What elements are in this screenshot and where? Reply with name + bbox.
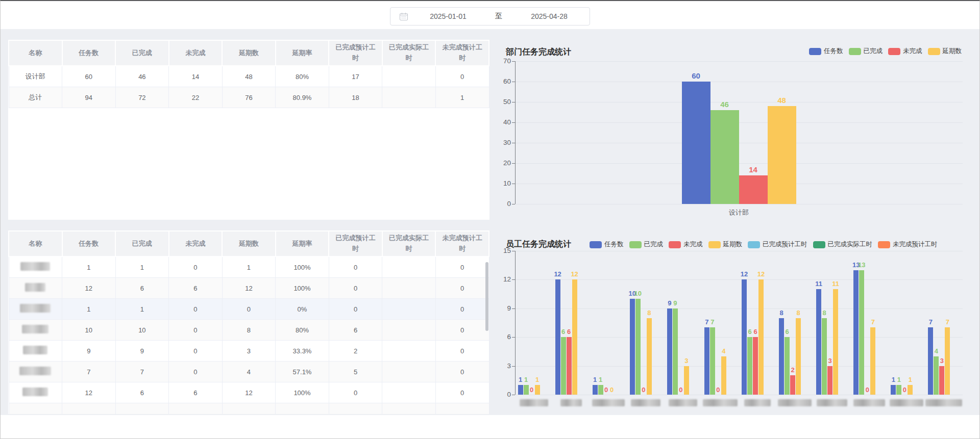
legend-item-未完成预计工时[interactable]: 未完成预计工时 [878, 240, 938, 249]
bar-任务数[interactable] [779, 318, 784, 395]
bar-延期数[interactable] [758, 279, 764, 395]
legend-item-已完成[interactable]: 已完成 [849, 47, 883, 56]
legend-item-未完成[interactable]: 未完成 [669, 240, 703, 249]
bar-未完成[interactable] [790, 375, 795, 395]
bar-延期数[interactable] [684, 366, 689, 395]
bar-任务数[interactable] [518, 385, 523, 395]
legend-item-任务数[interactable]: 任务数 [809, 47, 843, 56]
table-row[interactable] [9, 403, 489, 415]
bar-未完成[interactable] [739, 175, 768, 204]
bar-任务数[interactable] [816, 289, 821, 395]
bar-已完成[interactable] [785, 337, 790, 395]
bar-已完成[interactable] [524, 385, 529, 395]
bar-任务数[interactable] [742, 279, 747, 395]
chart-title: 部门任务完成统计 [506, 47, 571, 58]
end-date-input[interactable]: 2025-04-28 [509, 12, 590, 20]
table-scrollbar[interactable] [485, 262, 488, 331]
axis-tick-label: 60 [494, 78, 511, 85]
bar-已完成[interactable] [561, 337, 566, 395]
bar-已完成[interactable] [859, 270, 864, 395]
table-row[interactable]: 990333.3%20 [9, 341, 489, 361]
y-axis-line [515, 251, 516, 395]
value-cell: 0 [169, 341, 223, 361]
bar-延期数[interactable] [870, 327, 875, 395]
bar-延期数[interactable] [945, 327, 950, 395]
bar-已完成[interactable] [635, 299, 641, 395]
bar-延期数[interactable] [768, 106, 796, 204]
bar-已完成[interactable] [710, 110, 739, 204]
table-row[interactable]: 1101100%00 [9, 256, 489, 278]
bar-任务数[interactable] [555, 279, 560, 395]
value-cell: 46 [115, 66, 169, 87]
legend-chip [888, 48, 900, 55]
bar-已完成[interactable] [598, 385, 603, 395]
value-cell: 33.3% [276, 341, 329, 361]
bar-value-label: 0 [679, 386, 682, 394]
bar-任务数[interactable] [853, 270, 859, 395]
value-cell: 12 [222, 278, 276, 299]
column-header: 未完成预计工时 [435, 40, 489, 66]
bar-延期数[interactable] [721, 356, 726, 395]
bar-任务数[interactable] [593, 385, 598, 395]
table-row[interactable]: 11000%00 [9, 299, 489, 320]
x-axis-label-redacted [817, 399, 847, 406]
bar-延期数[interactable] [833, 289, 838, 395]
value-cell: 0 [435, 341, 489, 361]
bar-value-label: 46 [720, 100, 729, 109]
bar-延期数[interactable] [572, 279, 577, 395]
bar-value-label: 9 [668, 299, 671, 307]
bar-未完成[interactable] [753, 337, 758, 395]
table-row[interactable]: 126612100%00 [9, 382, 489, 403]
bar-已完成[interactable] [934, 356, 939, 395]
value-cell: 80.9% [276, 87, 329, 108]
bar-延期数[interactable] [908, 385, 913, 395]
bar-延期数[interactable] [535, 385, 540, 395]
value-cell: 0 [169, 361, 223, 382]
legend-item-延期数[interactable]: 延期数 [708, 240, 743, 249]
table-row[interactable]: 770457.1%50 [9, 361, 489, 382]
value-cell [382, 87, 436, 108]
table-row[interactable]: 126612100%00 [9, 278, 489, 299]
bar-未完成[interactable] [567, 337, 572, 395]
table-row[interactable]: 总计9472227680.9%181 [9, 87, 489, 108]
axis-tick-label: 50 [494, 98, 511, 106]
bar-任务数[interactable] [630, 299, 635, 395]
department-chart: 部门任务完成统计 01020304050607060461448设计部任务数已完… [498, 40, 973, 223]
bar-value-label: 12 [554, 270, 561, 278]
start-date-input[interactable]: 2025-01-01 [408, 12, 488, 20]
gridline [515, 279, 963, 280]
value-cell: 1 [115, 299, 169, 320]
legend-item-已完成实际工时[interactable]: 已完成实际工时 [813, 240, 873, 249]
bar-已完成[interactable] [896, 385, 901, 395]
name-cell [9, 320, 62, 341]
chart-legend: 任务数已完成未完成延期数已完成预计工时已完成实际工时未完成预计工时 [584, 240, 938, 249]
bar-未完成[interactable] [939, 366, 944, 395]
bar-value-label: 8 [647, 309, 651, 317]
value-cell: 80% [276, 66, 329, 87]
column-header: 已完成预计工时 [329, 40, 382, 66]
bar-value-label: 1 [535, 376, 539, 383]
bar-延期数[interactable] [796, 318, 801, 395]
bar-已完成[interactable] [673, 308, 678, 395]
gridline [515, 204, 963, 204]
legend-item-已完成预计工时[interactable]: 已完成预计工时 [748, 240, 807, 249]
table-row[interactable]: 设计部6046144880%170 [9, 66, 489, 87]
legend-item-已完成[interactable]: 已完成 [629, 240, 664, 249]
date-range-picker[interactable]: 2025-01-01 至 2025-04-28 [390, 7, 590, 25]
bar-任务数[interactable] [891, 385, 896, 395]
bar-任务数[interactable] [928, 327, 933, 395]
bar-已完成[interactable] [747, 337, 752, 395]
legend-item-未完成[interactable]: 未完成 [888, 47, 922, 56]
bar-任务数[interactable] [667, 308, 672, 395]
table-row[interactable]: 10100880%60 [9, 320, 489, 341]
bar-已完成[interactable] [710, 327, 715, 395]
bar-value-label: 4 [722, 347, 725, 355]
bar-未完成[interactable] [827, 366, 832, 395]
bar-已完成[interactable] [822, 318, 827, 395]
bar-任务数[interactable] [704, 327, 709, 395]
axis-tick-label: 30 [494, 139, 511, 146]
bar-延期数[interactable] [647, 318, 652, 395]
legend-item-任务数[interactable]: 任务数 [590, 240, 624, 249]
legend-item-延期数[interactable]: 延期数 [928, 47, 962, 56]
bar-任务数[interactable] [682, 82, 710, 204]
